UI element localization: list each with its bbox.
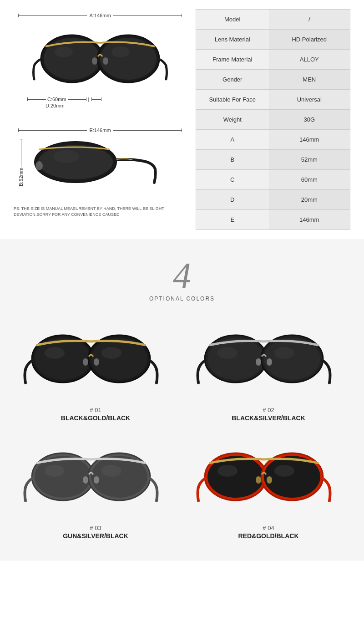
- svg-point-34: [45, 465, 65, 477]
- spec-label-7: B: [196, 150, 269, 170]
- color-01-glasses: [23, 320, 168, 402]
- spec-value-1: HD Polarized: [269, 30, 350, 50]
- svg-point-42: [217, 465, 238, 477]
- color-01-number: # 01: [90, 407, 101, 413]
- top-section: A:146mm: [0, 0, 364, 239]
- svg-point-43: [274, 465, 294, 477]
- spec-value-3: MEN: [269, 70, 350, 90]
- ps-note: PS: THE SIZE IS MANUAL MEASUREMENT BY HA…: [14, 206, 187, 217]
- spec-value-4: Universal: [269, 90, 350, 110]
- spec-value-5: 30G: [269, 110, 350, 130]
- svg-point-7: [111, 46, 130, 57]
- colors-section: 4 OPTIONAL COLORS # 01 BLACK&GOLD/BLACK: [0, 239, 364, 561]
- spec-label-8: C: [196, 170, 269, 190]
- svg-point-19: [101, 347, 121, 359]
- color-04-number: # 04: [263, 525, 274, 531]
- spec-label-3: Gender: [196, 70, 269, 90]
- spec-row-9: D20mm: [196, 190, 350, 210]
- svg-point-33: [94, 476, 99, 484]
- svg-point-18: [45, 347, 65, 359]
- measurement-d-label: D:20mm: [46, 103, 182, 108]
- spec-label-4: Suitable For Face: [196, 90, 269, 110]
- svg-point-40: [256, 476, 261, 484]
- spec-value-0: /: [269, 10, 350, 30]
- spec-row-7: B52mm: [196, 150, 350, 170]
- spec-label-6: A: [196, 130, 269, 150]
- svg-point-35: [101, 465, 121, 477]
- spec-value-7: 52mm: [269, 150, 350, 170]
- svg-point-6: [55, 46, 73, 57]
- color-01-name: BLACK&GOLD/BLACK: [61, 414, 130, 422]
- color-item-01: # 01 BLACK&GOLD/BLACK: [9, 311, 182, 429]
- side-glasses-diagram: [25, 135, 157, 191]
- color-03-number: # 03: [90, 525, 101, 531]
- svg-point-11: [54, 150, 79, 163]
- measurement-a-label: A:146mm: [87, 13, 113, 18]
- spec-label-1: Lens Material: [196, 30, 269, 50]
- spec-label-5: Weight: [196, 110, 269, 130]
- svg-point-16: [83, 358, 88, 366]
- spec-value-2: ALLOY: [269, 50, 350, 70]
- svg-point-25: [267, 358, 272, 366]
- colors-number: 4: [9, 257, 355, 294]
- measurement-c-label: C:60mm: [46, 97, 68, 102]
- spec-value-10: 146mm: [269, 210, 350, 230]
- svg-point-24: [256, 358, 261, 366]
- spec-value-8: 60mm: [269, 170, 350, 190]
- optional-colors-label: OPTIONAL COLORS: [9, 296, 355, 302]
- spec-row-3: GenderMEN: [196, 70, 350, 90]
- svg-point-4: [92, 57, 97, 65]
- color-grid: # 01 BLACK&GOLD/BLACK # 02 BLACK&SILVER/…: [9, 311, 355, 547]
- spec-label-2: Frame Material: [196, 50, 269, 70]
- svg-point-17: [94, 358, 99, 366]
- color-02-name: BLACK&SILVER/BLACK: [232, 414, 305, 422]
- specs-table: Model/Lens MaterialHD PolarizedFrame Mat…: [196, 9, 350, 230]
- color-item-04: # 04 RED&GOLD/BLACK: [182, 429, 355, 547]
- measurement-e-label: E:146mm: [87, 127, 113, 133]
- color-02-number: # 02: [263, 407, 274, 413]
- side-glasses-container: B:52mm: [18, 133, 182, 193]
- spec-row-0: Model/: [196, 10, 350, 30]
- svg-point-5: [103, 57, 108, 65]
- top-glasses-diagram: [18, 20, 182, 95]
- svg-point-41: [267, 476, 272, 484]
- spec-row-2: Frame MaterialALLOY: [196, 50, 350, 70]
- spec-label-0: Model: [196, 10, 269, 30]
- spec-row-10: E146mm: [196, 210, 350, 230]
- svg-point-27: [274, 347, 294, 359]
- color-02-glasses: [196, 320, 341, 402]
- specs-table-container: Model/Lens MaterialHD PolarizedFrame Mat…: [196, 9, 350, 230]
- left-panel: A:146mm: [14, 9, 187, 230]
- measurement-b-label: B:52mm: [18, 167, 24, 187]
- svg-point-32: [83, 476, 88, 484]
- color-item-02: # 02 BLACK&SILVER/BLACK: [182, 311, 355, 429]
- svg-point-1: [44, 38, 100, 80]
- spec-row-8: C60mm: [196, 170, 350, 190]
- spec-label-10: E: [196, 210, 269, 230]
- svg-point-10: [35, 161, 43, 170]
- color-item-03: # 03 GUN&SILVER/BLACK: [9, 429, 182, 547]
- spec-row-4: Suitable For FaceUniversal: [196, 90, 350, 110]
- svg-point-9: [38, 145, 113, 179]
- color-04-name: RED&GOLD/BLACK: [238, 532, 299, 540]
- spec-value-9: 20mm: [269, 190, 350, 210]
- color-03-name: GUN&SILVER/BLACK: [63, 532, 128, 540]
- spec-row-5: Weight30G: [196, 110, 350, 130]
- svg-point-26: [217, 347, 238, 359]
- spec-row-6: A146mm: [196, 130, 350, 150]
- svg-point-3: [100, 38, 157, 80]
- measurement-e-row: E:146mm: [18, 127, 182, 133]
- color-04-glasses: [196, 438, 341, 520]
- spec-value-6: 146mm: [269, 130, 350, 150]
- spec-label-9: D: [196, 190, 269, 210]
- cd-measurements: C:60mm |: [27, 97, 182, 102]
- spec-row-1: Lens MaterialHD Polarized: [196, 30, 350, 50]
- measurement-a-row: A:146mm: [18, 13, 182, 18]
- color-03-glasses: [23, 438, 168, 520]
